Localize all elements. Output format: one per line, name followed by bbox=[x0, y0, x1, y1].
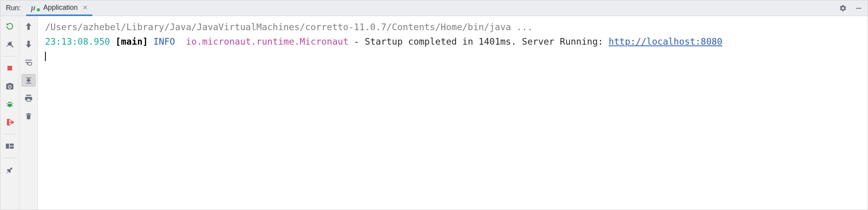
pin-button[interactable] bbox=[3, 164, 17, 176]
log-sep: - bbox=[349, 36, 365, 47]
console-command: /Users/azhebel/Library/Java/JavaVirtualM… bbox=[45, 22, 533, 32]
layout-button[interactable] bbox=[3, 140, 17, 152]
svg-point-2 bbox=[7, 102, 12, 107]
svg-rect-7 bbox=[26, 83, 31, 83]
trash-icon bbox=[25, 112, 32, 121]
log-message: Startup completed in 1401ms. Server Runn… bbox=[365, 36, 609, 47]
dump-threads-button[interactable] bbox=[3, 80, 17, 92]
gear-icon bbox=[839, 4, 847, 12]
tab-application[interactable]: µ Application ✕ bbox=[26, 1, 92, 16]
wrench-icon bbox=[5, 40, 14, 49]
layout-icon bbox=[5, 143, 14, 150]
attach-debugger-button[interactable] bbox=[3, 98, 17, 110]
exit-icon bbox=[5, 118, 14, 127]
scroll-to-end-icon bbox=[24, 76, 33, 85]
soft-wrap-button[interactable] bbox=[22, 56, 36, 69]
stop-button[interactable] bbox=[3, 62, 17, 74]
rerun-icon bbox=[5, 22, 14, 31]
log-thread: [main] bbox=[115, 36, 148, 47]
console-output[interactable]: /Users/azhebel/Library/Java/JavaVirtualM… bbox=[38, 16, 868, 210]
run-tool-window: Run: µ Application ✕ bbox=[0, 0, 868, 210]
svg-rect-1 bbox=[7, 66, 12, 71]
status-dot-icon bbox=[37, 8, 40, 11]
header-right-controls bbox=[838, 3, 864, 13]
log-logger: io.micronaut.runtime.Micronaut bbox=[186, 36, 348, 47]
micronaut-icon: µ bbox=[31, 3, 36, 12]
text-cursor bbox=[45, 52, 46, 61]
clear-all-button[interactable] bbox=[22, 110, 36, 123]
tab-title: Application bbox=[43, 4, 78, 12]
svg-rect-3 bbox=[7, 103, 12, 104]
log-level: INFO bbox=[153, 36, 175, 47]
log-url-link[interactable]: http://localhost:8080 bbox=[609, 36, 722, 47]
bug-icon bbox=[5, 100, 14, 109]
print-button[interactable] bbox=[22, 92, 36, 105]
close-tab-icon[interactable]: ✕ bbox=[83, 4, 88, 11]
scroll-to-end-button[interactable] bbox=[22, 74, 36, 87]
pin-icon bbox=[6, 166, 14, 174]
run-header: Run: µ Application ✕ bbox=[0, 0, 868, 16]
arrow-up-icon bbox=[25, 22, 32, 31]
settings-button[interactable] bbox=[838, 3, 848, 13]
toolbar-separator bbox=[3, 134, 16, 134]
arrow-down-icon bbox=[25, 40, 32, 49]
exit-button[interactable] bbox=[3, 116, 17, 129]
stop-icon bbox=[6, 65, 13, 72]
minimize-icon bbox=[855, 4, 863, 12]
wrench-button[interactable] bbox=[3, 38, 17, 51]
hide-button[interactable] bbox=[854, 3, 864, 13]
camera-icon bbox=[5, 82, 14, 91]
toolbar-separator bbox=[3, 158, 16, 158]
svg-rect-0 bbox=[856, 8, 861, 9]
run-body: /Users/azhebel/Library/Java/JavaVirtualM… bbox=[0, 16, 868, 210]
left-toolbar bbox=[0, 16, 19, 210]
svg-rect-6 bbox=[10, 147, 14, 149]
svg-rect-5 bbox=[10, 144, 14, 146]
up-stack-button[interactable] bbox=[22, 20, 36, 33]
console-toolbar bbox=[19, 16, 38, 210]
svg-rect-4 bbox=[5, 144, 9, 149]
run-label: Run: bbox=[0, 4, 26, 12]
soft-wrap-icon bbox=[24, 58, 33, 67]
log-timestamp: 23:13:08.950 bbox=[45, 36, 110, 47]
rerun-button[interactable] bbox=[3, 20, 17, 33]
down-stack-button[interactable] bbox=[22, 38, 36, 51]
toolbar-separator bbox=[3, 56, 16, 56]
print-icon bbox=[24, 94, 33, 103]
